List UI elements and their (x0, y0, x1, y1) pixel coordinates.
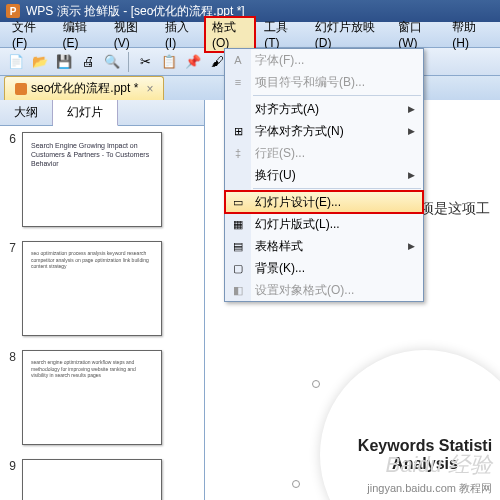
menu-item-icon: ‡ (230, 145, 246, 161)
slide-number: 7 (6, 241, 22, 336)
print-icon[interactable]: 🖨 (78, 52, 98, 72)
menu-item-icon: ▤ (230, 238, 246, 254)
menu-item-label: 字体对齐方式(N) (255, 123, 344, 140)
format-menu-dropdown: A字体(F)...≡项目符号和编号(B)...对齐方式(A)▶⊞字体对齐方式(N… (224, 48, 424, 302)
menu-item-label: 字体(F)... (255, 52, 304, 69)
menu-edit[interactable]: 编辑(E) (55, 16, 106, 53)
separator (128, 52, 129, 72)
menu-item-icon: A (230, 52, 246, 68)
menubar: 文件(F) 编辑(E) 视图(V) 插入(I) 格式(O) 工具(T) 幻灯片放… (0, 22, 500, 48)
thumbnails: 6Search Engine Growing Impact on Custome… (0, 126, 204, 500)
ppt-icon (15, 83, 27, 95)
menu-item[interactable]: 对齐方式(A)▶ (225, 98, 423, 120)
slide-number: 9 (6, 459, 22, 500)
slide-preview: Search Engine Growing Impact on Customer… (22, 132, 162, 227)
menu-item-icon: ▭ (230, 194, 246, 210)
menu-item[interactable]: 换行(U)▶ (225, 164, 423, 186)
menu-item-icon: ≡ (230, 74, 246, 90)
menu-item: ≡项目符号和编号(B)... (225, 71, 423, 93)
menu-item-label: 表格样式 (255, 238, 303, 255)
preview-icon[interactable]: 🔍 (102, 52, 122, 72)
slide-number: 8 (6, 350, 22, 445)
paste-icon[interactable]: 📌 (183, 52, 203, 72)
close-icon[interactable]: × (146, 82, 153, 96)
submenu-arrow-icon: ▶ (408, 126, 415, 136)
menu-item: ◧设置对象格式(O)... (225, 279, 423, 301)
menu-item-label: 行距(S)... (255, 145, 305, 162)
menu-file[interactable]: 文件(F) (4, 16, 55, 53)
menu-item-label: 背景(K)... (255, 260, 305, 277)
watermark: Baidu 经验 (386, 450, 492, 480)
menu-item[interactable]: ▦幻灯片版式(L)... (225, 213, 423, 235)
document-tab[interactable]: seo优化的流程.ppt * × (4, 76, 164, 100)
slide-preview (22, 459, 162, 500)
menu-item[interactable]: ▢背景(K)... (225, 257, 423, 279)
tab-label: seo优化的流程.ppt * (31, 80, 138, 97)
submenu-arrow-icon: ▶ (408, 241, 415, 251)
menu-item-label: 项目符号和编号(B)... (255, 74, 365, 91)
menu-item[interactable]: ▤表格样式▶ (225, 235, 423, 257)
copy-icon[interactable]: 📋 (159, 52, 179, 72)
menu-item-icon: ▢ (230, 260, 246, 276)
thumbnail[interactable]: 6Search Engine Growing Impact on Custome… (6, 132, 198, 227)
slide-preview: seo optimization process analysis keywor… (22, 241, 162, 336)
slide-number: 6 (6, 132, 22, 227)
menu-insert[interactable]: 插入(I) (157, 16, 204, 53)
menu-help[interactable]: 帮助(H) (444, 16, 496, 53)
thumbnail[interactable]: 8search engine optimization workflow ste… (6, 350, 198, 445)
menu-item-icon: ▦ (230, 216, 246, 232)
slide-panel: 大纲 幻灯片 6Search Engine Growing Impact on … (0, 100, 205, 500)
menu-item-label: 幻灯片设计(E)... (255, 194, 341, 211)
tab-outline[interactable]: 大纲 (0, 100, 53, 125)
save-icon[interactable]: 💾 (54, 52, 74, 72)
thumbnail[interactable]: 7seo optimization process analysis keywo… (6, 241, 198, 336)
menu-item[interactable]: ▭幻灯片设计(E)... (225, 191, 423, 213)
menu-item-label: 对齐方式(A) (255, 101, 319, 118)
panel-tabs: 大纲 幻灯片 (0, 100, 204, 126)
slide-preview: search engine optimization workflow step… (22, 350, 162, 445)
tab-slides[interactable]: 幻灯片 (53, 100, 118, 126)
submenu-arrow-icon: ▶ (408, 104, 415, 114)
menu-item-label: 设置对象格式(O)... (255, 282, 354, 299)
connector-dot (312, 380, 320, 388)
menu-item-icon: ◧ (230, 282, 246, 298)
menu-item[interactable]: ⊞字体对齐方式(N)▶ (225, 120, 423, 142)
menu-item-icon (230, 101, 246, 117)
menu-view[interactable]: 视图(V) (106, 16, 157, 53)
menu-item-icon: ⊞ (230, 123, 246, 139)
watermark-url: jingyan.baidu.com 教程网 (367, 481, 492, 496)
menu-item-label: 幻灯片版式(L)... (255, 216, 340, 233)
menu-item: A字体(F)... (225, 49, 423, 71)
new-icon[interactable]: 📄 (6, 52, 26, 72)
open-icon[interactable]: 📂 (30, 52, 50, 72)
menu-item-icon (230, 167, 246, 183)
cut-icon[interactable]: ✂ (135, 52, 155, 72)
menu-item-label: 换行(U) (255, 167, 296, 184)
menu-item: ‡行距(S)... (225, 142, 423, 164)
thumbnail[interactable]: 9 (6, 459, 198, 500)
submenu-arrow-icon: ▶ (408, 170, 415, 180)
connector-dot (292, 480, 300, 488)
